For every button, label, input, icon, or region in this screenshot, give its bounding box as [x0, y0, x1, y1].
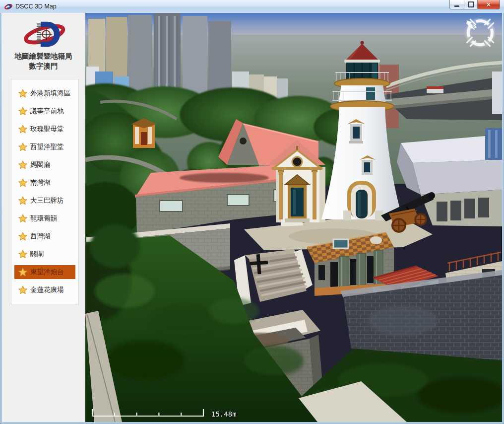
minimize-button[interactable]: [449, 0, 464, 9]
star-icon: [18, 178, 27, 187]
logo-text-line2: 數字澳門: [2, 62, 85, 71]
scale-label: 15.48m: [211, 410, 237, 418]
sidebar-item-label: 外港新填海區: [30, 89, 70, 98]
close-button[interactable]: ✕: [477, 0, 500, 9]
map-3d-viewport[interactable]: N 15.48m: [85, 13, 502, 422]
window-title: DSCC 3D Map: [15, 3, 57, 10]
star-icon: [18, 160, 27, 169]
close-icon: ✕: [486, 1, 492, 8]
sidebar-item-label: 玫瑰聖母堂: [30, 125, 64, 134]
star-icon: [18, 196, 27, 205]
sidebar-item[interactable]: 南灣湖: [14, 174, 75, 192]
star-icon: [18, 268, 27, 277]
sidebar-item-label: 金蓮花廣場: [30, 285, 64, 294]
sidebar-item-label: 媽閣廟: [30, 160, 51, 169]
sidebar-item[interactable]: 媽閣廟: [14, 156, 75, 174]
sidebar-item-label: 南灣湖: [30, 178, 51, 187]
sidebar-list: 外港新填海區 議事亭前地 玫瑰聖母堂 西望洋聖堂 媽閣廟 南: [11, 79, 79, 304]
stairs: [234, 249, 313, 306]
sidebar-item[interactable]: 外港新填海區: [14, 84, 75, 102]
sidebar-item[interactable]: 金蓮花廣場: [14, 281, 75, 299]
maximize-button[interactable]: [464, 0, 478, 9]
sidebar-item-label: 議事亭前地: [30, 107, 64, 116]
sidebar-item[interactable]: 議事亭前地: [14, 102, 75, 120]
star-icon: [18, 89, 27, 98]
app-window: DSCC 3D Map ✕ 地圖繪製暨地籍局: [0, 0, 504, 424]
star-icon: [18, 214, 27, 223]
star-icon: [18, 107, 27, 116]
maximize-icon: [468, 1, 474, 7]
minimize-icon: [454, 5, 459, 7]
star-icon: [18, 250, 27, 259]
sidebar-item-label: 西灣湖: [30, 232, 51, 241]
sidebar-item-label: 西望洋聖堂: [30, 142, 64, 151]
sidebar-item[interactable]: 大三巴牌坊: [14, 192, 75, 210]
titlebar[interactable]: DSCC 3D Map ✕: [0, 0, 504, 13]
orange-house: [131, 118, 157, 148]
sidebar-item[interactable]: 玫瑰聖母堂: [14, 120, 75, 138]
sidebar-item-label: 關閘: [30, 250, 44, 259]
sidebar-item[interactable]: 關閘: [14, 245, 75, 263]
sidebar-item[interactable]: 西灣湖: [14, 227, 75, 245]
sidebar-item[interactable]: 西望洋聖堂: [14, 138, 75, 156]
scale-bar-ruler: [91, 408, 206, 418]
sidebar: 地圖繪製暨地籍局 數字澳門 外港新填海區 議事亭前地 玫瑰聖母堂 西望洋聖堂: [2, 13, 85, 422]
sidebar-item[interactable]: 東望洋炮台: [14, 265, 75, 279]
sidebar-item-label: 東望洋炮台: [30, 268, 64, 277]
logo-text-line1: 地圖繪製暨地籍局: [2, 52, 85, 62]
star-icon: [18, 125, 27, 134]
star-icon: [18, 232, 27, 241]
scale-bar: 15.48m: [91, 408, 237, 418]
star-icon: [18, 285, 27, 294]
sidebar-item[interactable]: 龍環葡韻: [14, 210, 75, 227]
dscc-logo-icon: [18, 19, 69, 50]
dscc-logo: 地圖繪製暨地籍局 數字澳門: [2, 19, 85, 71]
sidebar-item-label: 大三巴牌坊: [30, 196, 64, 205]
sidebar-item-label: 龍環葡韻: [30, 214, 57, 223]
map-3d-scene: N: [85, 13, 502, 422]
star-icon: [18, 142, 27, 151]
app-logo-icon: [4, 2, 12, 10]
